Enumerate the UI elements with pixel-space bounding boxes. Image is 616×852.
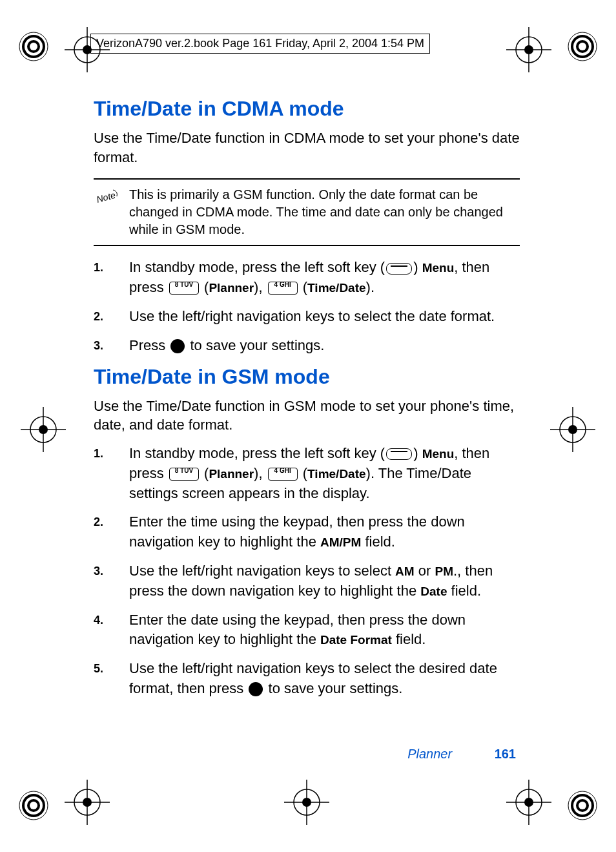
svg-point-14 <box>30 802 37 809</box>
svg-point-4 <box>30 43 37 50</box>
text: Press <box>129 337 169 353</box>
text: to save your settings. <box>264 680 402 696</box>
key-label: 8 TUV <box>170 282 198 288</box>
step-number: 5. <box>94 659 129 699</box>
step-text: In standby mode, press the left soft key… <box>129 444 520 503</box>
crop-mark-bl <box>14 786 53 825</box>
text: ). <box>366 279 375 295</box>
step-text: Use the left/right navigation keys to se… <box>129 659 520 699</box>
steps-cdma: 1. In standby mode, press the left soft … <box>94 258 520 355</box>
text: Use the left/right navigation keys to se… <box>129 563 395 579</box>
key-label: 4 GHI <box>269 282 297 288</box>
text: ), <box>254 279 267 295</box>
note-text: This is primarily a GSM function. Only t… <box>129 186 520 238</box>
text: field. <box>361 534 395 550</box>
text: Enter the time using the keypad, then pr… <box>129 514 465 550</box>
text: ( <box>299 465 307 481</box>
key-label: 8 TUV <box>170 468 198 474</box>
svg-point-43 <box>302 798 311 807</box>
date-label: Date <box>420 585 447 598</box>
text: ) <box>413 445 422 461</box>
svg-text:Note: Note <box>96 190 117 205</box>
step-cdma-1: 1. In standby mode, press the left soft … <box>94 258 520 298</box>
step-text: Enter the time using the keypad, then pr… <box>129 512 520 552</box>
text: In standby mode, press the left soft key… <box>129 259 385 275</box>
menu-label: Menu <box>422 261 455 275</box>
text: ( <box>200 465 209 481</box>
key-label: 4 GHI <box>269 468 297 474</box>
heading-gsm: Time/Date in GSM mode <box>94 365 520 389</box>
text: In standby mode, press the left soft key… <box>129 445 385 461</box>
page-footer: Planner 161 <box>407 747 516 762</box>
ok-key-icon <box>170 339 185 353</box>
step-number: 1. <box>94 258 129 298</box>
step-gsm-4: 4. Enter the date using the keypad, then… <box>94 610 520 650</box>
svg-point-9 <box>579 43 586 50</box>
ok-key-icon <box>249 682 263 696</box>
timedate-label: Time/Date <box>307 281 365 295</box>
text: field. <box>447 583 481 599</box>
reg-mark-left <box>21 407 66 452</box>
heading-cdma: Time/Date in CDMA mode <box>94 97 520 121</box>
key-8-icon: 8 TUV <box>169 282 199 295</box>
svg-point-35 <box>568 425 577 434</box>
intro-gsm: Use the Time/Date function in GSM mode t… <box>94 397 520 435</box>
svg-point-31 <box>39 425 48 434</box>
note-icon: Note <box>94 186 129 238</box>
step-text: Use the left/right navigation keys to se… <box>129 307 520 327</box>
step-text: In standby mode, press the left soft key… <box>129 258 520 298</box>
intro-cdma: Use the Time/Date function in CDMA mode … <box>94 129 520 167</box>
footer-section: Planner <box>407 747 452 761</box>
key-4-icon: 4 GHI <box>268 282 298 295</box>
text: or <box>415 563 435 579</box>
menu-label: Menu <box>422 447 455 461</box>
step-number: 3. <box>94 561 129 601</box>
dateformat-label: Date Format <box>320 633 392 647</box>
note-box: Note This is primarily a GSM function. O… <box>94 178 520 246</box>
step-text: Press to save your settings. <box>129 336 520 356</box>
step-number: 4. <box>94 610 129 650</box>
svg-point-27 <box>524 45 533 54</box>
svg-point-47 <box>524 798 533 807</box>
step-number: 2. <box>94 512 129 552</box>
planner-label: Planner <box>209 281 254 295</box>
reg-mark-bottom-c <box>284 780 329 825</box>
step-text: Enter the date using the keypad, then pr… <box>129 610 520 650</box>
crop-mark-br <box>563 786 602 825</box>
crop-mark-tr <box>563 27 602 66</box>
key-4-icon: 4 GHI <box>268 468 298 481</box>
reg-mark-bottom-l <box>65 780 110 825</box>
timedate-label: Time/Date <box>307 467 365 481</box>
key-8-icon: 8 TUV <box>169 468 199 481</box>
footer-page-number: 161 <box>495 747 516 761</box>
step-gsm-1: 1. In standby mode, press the left soft … <box>94 444 520 503</box>
planner-label: Planner <box>209 467 254 481</box>
text: ( <box>200 279 209 295</box>
svg-point-19 <box>579 802 586 809</box>
step-text: Use the left/right navigation keys to se… <box>129 561 520 601</box>
steps-gsm: 1. In standby mode, press the left soft … <box>94 444 520 699</box>
step-cdma-2: 2. Use the left/right navigation keys to… <box>94 307 520 327</box>
step-number: 3. <box>94 336 129 356</box>
step-cdma-3: 3. Press to save your settings. <box>94 336 520 356</box>
text: ) <box>413 259 422 275</box>
am-label: AM <box>395 565 415 578</box>
reg-mark-top-r <box>506 27 551 72</box>
reg-mark-right <box>550 407 595 452</box>
softkey-icon <box>386 263 412 275</box>
page-content: Time/Date in CDMA mode Use the Time/Date… <box>94 90 520 708</box>
pm-label: PM <box>435 565 453 578</box>
step-number: 1. <box>94 444 129 503</box>
text: to save your settings. <box>186 337 324 353</box>
text: field. <box>392 631 426 647</box>
step-gsm-3: 3. Use the left/right navigation keys to… <box>94 561 520 601</box>
reg-mark-bottom-r <box>506 780 551 825</box>
text: ( <box>299 279 307 295</box>
step-gsm-2: 2. Enter the time using the keypad, then… <box>94 512 520 552</box>
crop-mark-tl <box>14 27 53 66</box>
page-header: VerizonA790 ver.2.book Page 161 Friday, … <box>90 34 430 54</box>
ampm-label: AM/PM <box>320 535 361 549</box>
svg-point-39 <box>83 798 92 807</box>
softkey-icon <box>386 448 412 460</box>
step-gsm-5: 5. Use the left/right navigation keys to… <box>94 659 520 699</box>
